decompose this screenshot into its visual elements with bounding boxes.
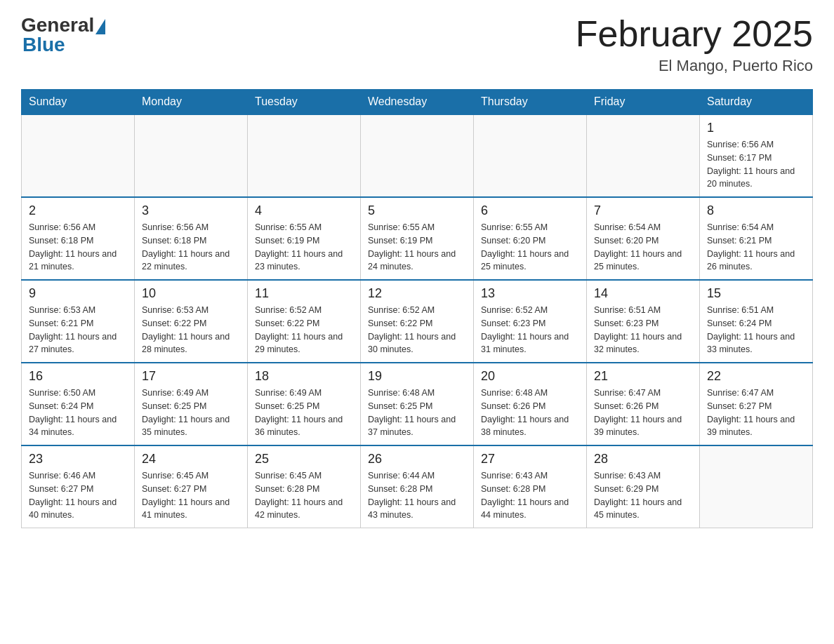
page-header: General Blue February 2025 El Mango, Pue…: [21, 14, 813, 75]
calendar-day-cell: 9Sunrise: 6:53 AMSunset: 6:21 PMDaylight…: [22, 280, 135, 363]
calendar-week-row: 9Sunrise: 6:53 AMSunset: 6:21 PMDaylight…: [22, 280, 813, 363]
calendar-week-row: 23Sunrise: 6:46 AMSunset: 6:27 PMDayligh…: [22, 445, 813, 528]
title-block: February 2025 El Mango, Puerto Rico: [576, 14, 813, 75]
day-info: Sunrise: 6:54 AMSunset: 6:20 PMDaylight:…: [594, 221, 692, 274]
calendar-day-cell: 14Sunrise: 6:51 AMSunset: 6:23 PMDayligh…: [587, 280, 700, 363]
day-number: 3: [142, 203, 240, 218]
day-number: 22: [707, 369, 805, 384]
day-info: Sunrise: 6:49 AMSunset: 6:25 PMDaylight:…: [255, 387, 353, 439]
day-info: Sunrise: 6:56 AMSunset: 6:18 PMDaylight:…: [29, 221, 127, 274]
calendar-header-friday: Friday: [587, 90, 700, 115]
day-number: 26: [368, 452, 466, 467]
day-number: 11: [255, 286, 353, 301]
calendar-week-row: 2Sunrise: 6:56 AMSunset: 6:18 PMDaylight…: [22, 197, 813, 280]
day-info: Sunrise: 6:55 AMSunset: 6:19 PMDaylight:…: [255, 221, 353, 274]
day-info: Sunrise: 6:49 AMSunset: 6:25 PMDaylight:…: [142, 387, 240, 439]
day-number: 27: [481, 452, 579, 467]
calendar-day-cell: [361, 114, 474, 197]
calendar-day-cell: [474, 114, 587, 197]
calendar-day-cell: [135, 114, 248, 197]
day-info: Sunrise: 6:43 AMSunset: 6:28 PMDaylight:…: [481, 469, 579, 522]
day-info: Sunrise: 6:54 AMSunset: 6:21 PMDaylight:…: [707, 221, 805, 274]
day-number: 5: [368, 203, 466, 218]
day-number: 7: [594, 203, 692, 218]
calendar-week-row: 16Sunrise: 6:50 AMSunset: 6:24 PMDayligh…: [22, 363, 813, 445]
calendar-day-cell: [587, 114, 700, 197]
calendar-day-cell: 18Sunrise: 6:49 AMSunset: 6:25 PMDayligh…: [248, 363, 361, 445]
calendar-day-cell: 19Sunrise: 6:48 AMSunset: 6:25 PMDayligh…: [361, 363, 474, 445]
calendar-day-cell: 17Sunrise: 6:49 AMSunset: 6:25 PMDayligh…: [135, 363, 248, 445]
calendar-day-cell: 8Sunrise: 6:54 AMSunset: 6:21 PMDaylight…: [700, 197, 813, 280]
calendar-header-thursday: Thursday: [474, 90, 587, 115]
calendar-day-cell: 21Sunrise: 6:47 AMSunset: 6:26 PMDayligh…: [587, 363, 700, 445]
logo-triangle-icon: [95, 19, 105, 34]
day-number: 6: [481, 203, 579, 218]
day-number: 16: [29, 369, 127, 384]
calendar-day-cell: 12Sunrise: 6:52 AMSunset: 6:22 PMDayligh…: [361, 280, 474, 363]
calendar-week-row: 1Sunrise: 6:56 AMSunset: 6:17 PMDaylight…: [22, 114, 813, 197]
calendar-day-cell: 10Sunrise: 6:53 AMSunset: 6:22 PMDayligh…: [135, 280, 248, 363]
day-info: Sunrise: 6:53 AMSunset: 6:21 PMDaylight:…: [29, 304, 127, 356]
calendar-day-cell: 5Sunrise: 6:55 AMSunset: 6:19 PMDaylight…: [361, 197, 474, 280]
calendar-day-cell: 20Sunrise: 6:48 AMSunset: 6:26 PMDayligh…: [474, 363, 587, 445]
day-info: Sunrise: 6:47 AMSunset: 6:27 PMDaylight:…: [707, 387, 805, 439]
calendar-day-cell: 13Sunrise: 6:52 AMSunset: 6:23 PMDayligh…: [474, 280, 587, 363]
day-info: Sunrise: 6:55 AMSunset: 6:19 PMDaylight:…: [368, 221, 466, 274]
day-number: 1: [707, 121, 805, 135]
calendar-day-cell: 3Sunrise: 6:56 AMSunset: 6:18 PMDaylight…: [135, 197, 248, 280]
day-info: Sunrise: 6:50 AMSunset: 6:24 PMDaylight:…: [29, 387, 127, 439]
calendar-header-monday: Monday: [135, 90, 248, 115]
day-info: Sunrise: 6:55 AMSunset: 6:20 PMDaylight:…: [481, 221, 579, 274]
day-number: 23: [29, 452, 127, 467]
calendar-header-tuesday: Tuesday: [248, 90, 361, 115]
day-info: Sunrise: 6:45 AMSunset: 6:27 PMDaylight:…: [142, 469, 240, 522]
day-number: 10: [142, 286, 240, 301]
month-year-title: February 2025: [576, 14, 813, 54]
day-info: Sunrise: 6:43 AMSunset: 6:29 PMDaylight:…: [594, 469, 692, 522]
calendar-day-cell: 15Sunrise: 6:51 AMSunset: 6:24 PMDayligh…: [700, 280, 813, 363]
day-info: Sunrise: 6:48 AMSunset: 6:25 PMDaylight:…: [368, 387, 466, 439]
day-info: Sunrise: 6:52 AMSunset: 6:22 PMDaylight:…: [368, 304, 466, 356]
day-number: 15: [707, 286, 805, 301]
day-number: 17: [142, 369, 240, 384]
calendar-day-cell: 26Sunrise: 6:44 AMSunset: 6:28 PMDayligh…: [361, 445, 474, 528]
calendar-header-wednesday: Wednesday: [361, 90, 474, 115]
day-number: 9: [29, 286, 127, 301]
day-number: 12: [368, 286, 466, 301]
calendar-table: SundayMondayTuesdayWednesdayThursdayFrid…: [21, 89, 813, 528]
calendar-day-cell: 2Sunrise: 6:56 AMSunset: 6:18 PMDaylight…: [22, 197, 135, 280]
logo: General Blue: [21, 14, 105, 56]
calendar-day-cell: 24Sunrise: 6:45 AMSunset: 6:27 PMDayligh…: [135, 445, 248, 528]
day-info: Sunrise: 6:44 AMSunset: 6:28 PMDaylight:…: [368, 469, 466, 522]
day-info: Sunrise: 6:53 AMSunset: 6:22 PMDaylight:…: [142, 304, 240, 356]
calendar-day-cell: 11Sunrise: 6:52 AMSunset: 6:22 PMDayligh…: [248, 280, 361, 363]
day-number: 18: [255, 369, 353, 384]
calendar-day-cell: 7Sunrise: 6:54 AMSunset: 6:20 PMDaylight…: [587, 197, 700, 280]
day-info: Sunrise: 6:51 AMSunset: 6:23 PMDaylight:…: [594, 304, 692, 356]
day-number: 4: [255, 203, 353, 218]
day-info: Sunrise: 6:56 AMSunset: 6:17 PMDaylight:…: [707, 138, 805, 191]
calendar-day-cell: 25Sunrise: 6:45 AMSunset: 6:28 PMDayligh…: [248, 445, 361, 528]
day-info: Sunrise: 6:51 AMSunset: 6:24 PMDaylight:…: [707, 304, 805, 356]
day-number: 20: [481, 369, 579, 384]
calendar-day-cell: 28Sunrise: 6:43 AMSunset: 6:29 PMDayligh…: [587, 445, 700, 528]
calendar-header-sunday: Sunday: [22, 90, 135, 115]
calendar-day-cell: 6Sunrise: 6:55 AMSunset: 6:20 PMDaylight…: [474, 197, 587, 280]
day-number: 19: [368, 369, 466, 384]
day-info: Sunrise: 6:48 AMSunset: 6:26 PMDaylight:…: [481, 387, 579, 439]
day-number: 8: [707, 203, 805, 218]
day-info: Sunrise: 6:47 AMSunset: 6:26 PMDaylight:…: [594, 387, 692, 439]
logo-blue-text: Blue: [22, 34, 65, 56]
calendar-day-cell: 1Sunrise: 6:56 AMSunset: 6:17 PMDaylight…: [700, 114, 813, 197]
day-number: 28: [594, 452, 692, 467]
calendar-header-row: SundayMondayTuesdayWednesdayThursdayFrid…: [22, 90, 813, 115]
calendar-header-saturday: Saturday: [700, 90, 813, 115]
location-subtitle: El Mango, Puerto Rico: [576, 57, 813, 75]
day-number: 25: [255, 452, 353, 467]
calendar-day-cell: [700, 445, 813, 528]
day-number: 13: [481, 286, 579, 301]
calendar-day-cell: 16Sunrise: 6:50 AMSunset: 6:24 PMDayligh…: [22, 363, 135, 445]
day-info: Sunrise: 6:52 AMSunset: 6:23 PMDaylight:…: [481, 304, 579, 356]
day-info: Sunrise: 6:45 AMSunset: 6:28 PMDaylight:…: [255, 469, 353, 522]
calendar-day-cell: 23Sunrise: 6:46 AMSunset: 6:27 PMDayligh…: [22, 445, 135, 528]
